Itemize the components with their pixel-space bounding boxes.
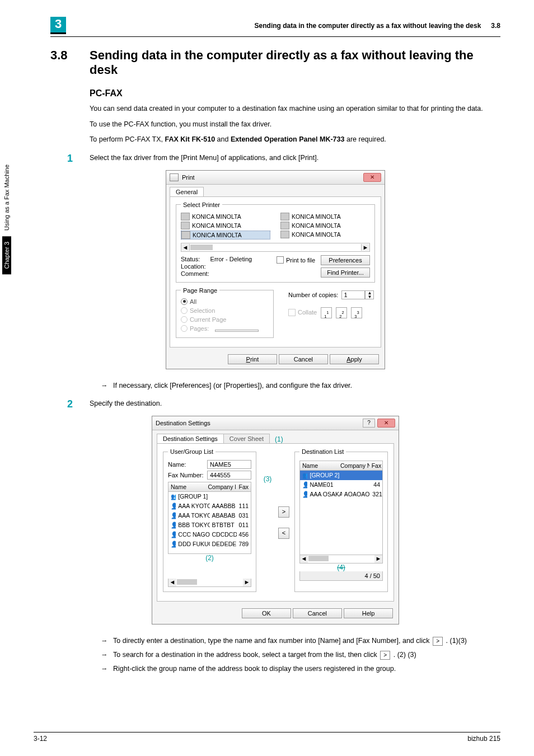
add-button-icon: > <box>380 651 390 660</box>
collate-icons: 11 22 33 <box>318 311 362 317</box>
tab-general[interactable]: General <box>170 187 204 196</box>
scroll-left-icon[interactable]: ◄ <box>168 579 176 586</box>
chapter-label: Chapter 3 <box>2 236 11 274</box>
printer-item-selected[interactable]: KONICA MINOLTA <box>193 232 242 238</box>
printer-item[interactable]: KONICA MINOLTA <box>292 213 341 220</box>
scroll-left-icon[interactable]: ◄ <box>300 555 308 563</box>
table-row-selected: 👥[GROUP 2] <box>300 471 382 480</box>
col-header-name[interactable]: Name <box>168 482 206 491</box>
group-legend: Select Printer <box>181 201 222 208</box>
annotation-2: (2) <box>168 554 251 562</box>
destination-settings-dialog: Destination Settings ? ✕ Destination Set… <box>152 416 399 624</box>
cell[interactable]: BBB TOKYO <box>176 520 209 530</box>
scroll-left-icon[interactable]: ◄ <box>181 244 190 251</box>
header-title: Sending data in the computer directly as… <box>77 22 481 30</box>
body-paragraph: To perform PC-FAX TX, FAX Kit FK-510 and… <box>90 135 500 145</box>
chapter-badge: 3 <box>50 17 66 34</box>
remove-destination-button[interactable]: < <box>278 528 289 539</box>
printer-item[interactable]: KONICA MINOLTA <box>292 231 341 238</box>
cell[interactable]: AAA OSAKA <box>307 490 341 499</box>
scroll-right-icon[interactable]: ► <box>243 579 251 586</box>
cell[interactable]: AAA TOKYO <box>176 511 209 520</box>
table-row: 👤DDD FUKUOKADEDEDE789 <box>168 539 251 549</box>
scrollbar-horizontal[interactable]: ◄ ► <box>168 579 251 587</box>
product-name: bizhub 215 <box>467 735 500 743</box>
cell[interactable]: [GROUP 2] <box>307 471 341 480</box>
copies-input[interactable]: 1 <box>341 290 365 299</box>
person-icon: 👤 <box>300 480 307 490</box>
sidebar-chapter-tab: Chapter 3 Using as a Fax Machine <box>0 118 13 274</box>
radio-current-page: Current Page <box>181 316 226 323</box>
cancel-button[interactable]: Cancel <box>293 608 342 618</box>
cell[interactable]: AAA KYOTO <box>176 501 209 511</box>
radio-all[interactable]: All <box>181 298 196 305</box>
help-button[interactable]: ? <box>363 419 375 428</box>
cancel-button[interactable]: Cancel <box>279 354 328 364</box>
arrow-icon: → <box>101 650 113 660</box>
scroll-right-icon[interactable]: ► <box>361 244 369 251</box>
add-button-icon: > <box>433 637 443 646</box>
close-button[interactable]: ✕ <box>377 419 395 428</box>
apply-button[interactable]: Apply <box>330 354 379 364</box>
table-row: 👤NAME0144 <box>300 480 382 490</box>
close-button[interactable]: ✕ <box>363 173 381 182</box>
tab-destination-settings[interactable]: Destination Settings <box>157 434 224 443</box>
table-row: 👤BBB TOKYOBTBTBT011 <box>168 520 251 530</box>
print-to-file-checkbox[interactable]: Print to file <box>277 256 315 264</box>
note-text: To directly enter a destination, type th… <box>113 636 467 646</box>
printer-item[interactable]: KONICA MINOLTA <box>292 222 341 229</box>
cell[interactable]: NAME01 <box>307 480 341 490</box>
ok-button[interactable]: OK <box>242 608 291 618</box>
printer-icon <box>280 231 289 238</box>
preferences-button[interactable]: Preferences <box>321 255 370 265</box>
scroll-thumb[interactable] <box>308 556 329 561</box>
person-icon: 👤 <box>300 490 307 499</box>
scrollbar-horizontal[interactable]: ◄ ► <box>181 243 370 252</box>
group-select-printer: Select Printer KONICA MINOLTA KONICA MIN… <box>176 201 375 283</box>
name-input[interactable]: NAME5 <box>207 460 251 469</box>
person-icon: 👤 <box>168 539 176 549</box>
header-section-number: 3.8 <box>491 22 500 30</box>
scroll-thumb[interactable] <box>190 245 213 250</box>
person-icon: 👤 <box>168 530 176 539</box>
text: To perform PC-FAX TX, <box>90 135 165 143</box>
scroll-right-icon[interactable]: ► <box>374 555 382 563</box>
col-header-fax[interactable]: Fax <box>236 482 251 491</box>
col-header-name[interactable]: Name <box>300 461 338 470</box>
fax-number-label: Fax Number: <box>168 472 204 478</box>
fax-number-input[interactable]: 444555 <box>207 471 251 480</box>
scrollbar-horizontal[interactable]: ◄ ► <box>299 555 383 564</box>
help-button[interactable]: Help <box>344 608 393 618</box>
user-group-table[interactable]: Name Company Name Fax 👥[GROUP 1] 👤AAA KY… <box>168 482 251 554</box>
copies-label: Number of copies: <box>288 292 338 298</box>
checkbox-label: Print to file <box>286 257 315 264</box>
person-icon: 👤 <box>168 501 176 511</box>
collate-icon-2: 22 <box>336 307 347 318</box>
radio-label: All <box>190 298 196 305</box>
collate-icon-3: 33 <box>351 307 362 318</box>
tab-cover-sheet[interactable]: Cover Sheet <box>223 434 270 443</box>
col-header-company[interactable]: Company Name <box>338 461 369 470</box>
annotation-4: (4) <box>299 564 383 571</box>
printer-item[interactable]: KONICA MINOLTA <box>192 213 241 220</box>
cell[interactable]: [GROUP 1] <box>176 492 209 501</box>
annotation-1: (1) <box>275 435 283 443</box>
printer-item[interactable]: KONICA MINOLTA <box>192 222 241 229</box>
cell[interactable]: CCC NAGOYA <box>176 530 209 539</box>
group-page-range: Page Range All Selection Current Page Pa… <box>176 287 274 338</box>
page-number: 3-12 <box>34 735 47 743</box>
find-printer-button[interactable]: Find Printer... <box>321 267 370 278</box>
print-button[interactable]: Print <box>228 354 277 364</box>
destination-table[interactable]: Name Company Name Fax 👥[GROUP 2] 👤NAME01… <box>299 461 383 555</box>
scroll-thumb[interactable] <box>177 579 197 585</box>
printer-list[interactable]: KONICA MINOLTA KONICA MINOLTA KONICA MIN… <box>181 212 370 241</box>
col-header-fax[interactable]: Fax <box>369 461 382 470</box>
dialog-title: Destination Settings <box>156 420 363 426</box>
add-destination-button[interactable]: > <box>278 506 289 518</box>
cell[interactable]: DDD FUKUOKA <box>176 539 209 549</box>
radio-label: Selection <box>190 307 215 314</box>
copies-spinner[interactable]: ▲▼ <box>365 290 374 299</box>
dialog-titlebar: Destination Settings ? ✕ <box>152 416 399 430</box>
col-header-company[interactable]: Company Name <box>206 482 236 491</box>
text: and <box>215 135 231 143</box>
